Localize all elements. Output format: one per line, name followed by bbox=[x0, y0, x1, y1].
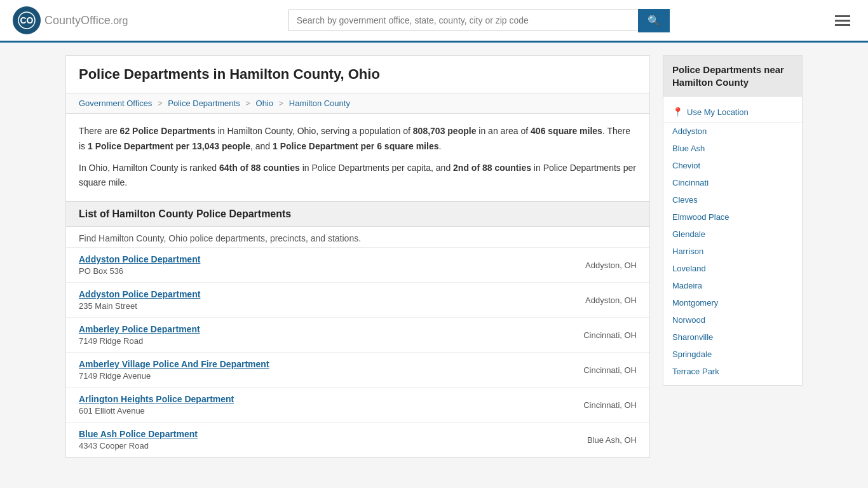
dept-name-link[interactable]: Addyston Police Department bbox=[79, 289, 560, 299]
sidebar-city-blue-ash[interactable]: Blue Ash bbox=[663, 140, 802, 157]
logo-suffix: .org bbox=[111, 15, 128, 26]
info-population: 808,703 people bbox=[413, 126, 477, 136]
logo-name: CountyOffice bbox=[44, 14, 111, 27]
dept-info: Blue Ash Police Department 4343 Cooper R… bbox=[79, 429, 560, 451]
dept-location: Cincinnati, OH bbox=[560, 400, 637, 410]
pin-icon: 📍 bbox=[672, 107, 683, 117]
dept-info: Arlington Heights Police Department 601 … bbox=[79, 394, 560, 416]
menu-bar-2 bbox=[835, 20, 850, 22]
sidebar-city-springdale[interactable]: Springdale bbox=[663, 346, 802, 363]
dept-name-link[interactable]: Amberley Village Police And Fire Departm… bbox=[79, 359, 560, 369]
table-row: Blue Ash Police Department 4343 Cooper R… bbox=[66, 423, 649, 458]
sidebar-title: Police Departments near Hamilton County bbox=[663, 55, 803, 96]
dept-info: Addyston Police Department 235 Main Stre… bbox=[79, 289, 560, 311]
sidebar-heading: Police Departments near Hamilton County bbox=[672, 64, 793, 88]
breadcrumb-sep-1: > bbox=[158, 98, 163, 108]
breadcrumb-police-departments[interactable]: Police Departments bbox=[168, 98, 240, 108]
info-para-1: There are 62 Police Departments in Hamil… bbox=[79, 124, 637, 154]
department-list: Addyston Police Department PO Box 536 Ad… bbox=[66, 248, 649, 458]
dept-location: Addyston, OH bbox=[560, 261, 637, 270]
table-row: Addyston Police Department PO Box 536 Ad… bbox=[66, 248, 649, 283]
search-area: 🔍 bbox=[288, 9, 670, 32]
sidebar-city-loveland[interactable]: Loveland bbox=[663, 260, 802, 277]
info-per-sqmile: 1 Police Department per 6 square miles bbox=[273, 141, 438, 151]
sidebar-links-box: 📍 Use My Location AddystonBlue AshChevio… bbox=[663, 96, 803, 386]
sidebar-city-sharonville[interactable]: Sharonville bbox=[663, 329, 802, 346]
dept-location: Blue Ash, OH bbox=[560, 435, 637, 445]
dept-address: 601 Elliott Avenue bbox=[79, 406, 145, 416]
breadcrumb-sep-3: > bbox=[279, 98, 284, 108]
info-rank-capita: 64th of 88 counties bbox=[219, 163, 300, 173]
page-title-section: Police Departments in Hamilton County, O… bbox=[66, 56, 649, 93]
dept-info: Addyston Police Department PO Box 536 bbox=[79, 254, 560, 276]
list-heading: List of Hamilton County Police Departmen… bbox=[79, 208, 637, 220]
use-my-location-label: Use My Location bbox=[687, 107, 749, 117]
sidebar-city-terrace-park[interactable]: Terrace Park bbox=[663, 363, 802, 380]
list-section-header: List of Hamilton County Police Departmen… bbox=[66, 201, 649, 227]
table-row: Amberley Police Department 7149 Ridge Ro… bbox=[66, 318, 649, 353]
sidebar-city-glendale[interactable]: Glendale bbox=[663, 226, 802, 243]
dept-name-link[interactable]: Amberley Police Department bbox=[79, 324, 560, 334]
sidebar-city-cleves[interactable]: Cleves bbox=[663, 191, 802, 208]
sidebar-city-montgomery[interactable]: Montgomery bbox=[663, 294, 802, 311]
dept-address: 7149 Ridge Road bbox=[79, 336, 143, 346]
menu-bar-1 bbox=[835, 15, 850, 17]
svg-text:CO: CO bbox=[20, 15, 34, 25]
sidebar-city-addyston[interactable]: Addyston bbox=[663, 123, 802, 140]
breadcrumb-hamilton-county[interactable]: Hamilton County bbox=[289, 98, 350, 108]
dept-info: Amberley Village Police And Fire Departm… bbox=[79, 359, 560, 381]
list-description: Find Hamilton County, Ohio police depart… bbox=[66, 227, 649, 248]
sidebar: Police Departments near Hamilton County … bbox=[663, 55, 803, 458]
logo-area: CO CountyOffice.org bbox=[13, 6, 128, 34]
dept-location: Addyston, OH bbox=[560, 295, 637, 305]
sidebar-city-elmwood-place[interactable]: Elmwood Place bbox=[663, 208, 802, 226]
info-per-capita: 1 Police Department per 13,043 people bbox=[88, 141, 250, 151]
dept-address: PO Box 536 bbox=[79, 266, 123, 276]
sidebar-city-madeira[interactable]: Madeira bbox=[663, 277, 802, 294]
info-rank-sqmile: 2nd of 88 counties bbox=[453, 163, 531, 173]
search-button[interactable]: 🔍 bbox=[638, 9, 670, 32]
menu-bar-3 bbox=[835, 24, 850, 26]
dept-name-link[interactable]: Addyston Police Department bbox=[79, 254, 560, 264]
sidebar-city-links: AddystonBlue AshCheviotCincinnatiClevesE… bbox=[663, 123, 802, 380]
info-section: There are 62 Police Departments in Hamil… bbox=[66, 114, 649, 201]
breadcrumb: Government Offices > Police Departments … bbox=[66, 93, 649, 114]
dept-address: 235 Main Street bbox=[79, 301, 137, 311]
dept-location: Cincinnati, OH bbox=[560, 365, 637, 375]
info-count: 62 Police Departments bbox=[120, 126, 215, 136]
sidebar-city-cincinnati[interactable]: Cincinnati bbox=[663, 174, 802, 191]
sidebar-city-norwood[interactable]: Norwood bbox=[663, 311, 802, 329]
menu-button[interactable] bbox=[830, 13, 855, 29]
content-area: Police Departments in Hamilton County, O… bbox=[65, 55, 650, 458]
dept-address: 4343 Cooper Road bbox=[79, 441, 149, 451]
breadcrumb-ohio[interactable]: Ohio bbox=[256, 98, 273, 108]
use-my-location-link[interactable]: 📍 Use My Location bbox=[663, 102, 802, 123]
table-row: Addyston Police Department 235 Main Stre… bbox=[66, 283, 649, 318]
breadcrumb-sep-2: > bbox=[245, 98, 250, 108]
search-input[interactable] bbox=[288, 10, 638, 31]
info-area: 406 square miles bbox=[531, 126, 602, 136]
sidebar-city-cheviot[interactable]: Cheviot bbox=[663, 157, 802, 174]
sidebar-city-harrison[interactable]: Harrison bbox=[663, 243, 802, 260]
main-wrapper: Police Departments in Hamilton County, O… bbox=[53, 43, 815, 471]
page-title: Police Departments in Hamilton County, O… bbox=[79, 66, 637, 83]
table-row: Amberley Village Police And Fire Departm… bbox=[66, 353, 649, 388]
search-icon: 🔍 bbox=[648, 15, 660, 26]
dept-name-link[interactable]: Blue Ash Police Department bbox=[79, 429, 560, 439]
logo-icon: CO bbox=[13, 6, 41, 34]
dept-location: Cincinnati, OH bbox=[560, 330, 637, 340]
header: CO CountyOffice.org 🔍 bbox=[0, 0, 868, 43]
info-para-2: In Ohio, Hamilton County is ranked 64th … bbox=[79, 161, 637, 191]
dept-name-link[interactable]: Arlington Heights Police Department bbox=[79, 394, 560, 404]
dept-info: Amberley Police Department 7149 Ridge Ro… bbox=[79, 324, 560, 346]
breadcrumb-government-offices[interactable]: Government Offices bbox=[79, 98, 152, 108]
dept-address: 7149 Ridge Avenue bbox=[79, 371, 151, 381]
table-row: Arlington Heights Police Department 601 … bbox=[66, 388, 649, 423]
logo-text: CountyOffice.org bbox=[44, 14, 128, 27]
